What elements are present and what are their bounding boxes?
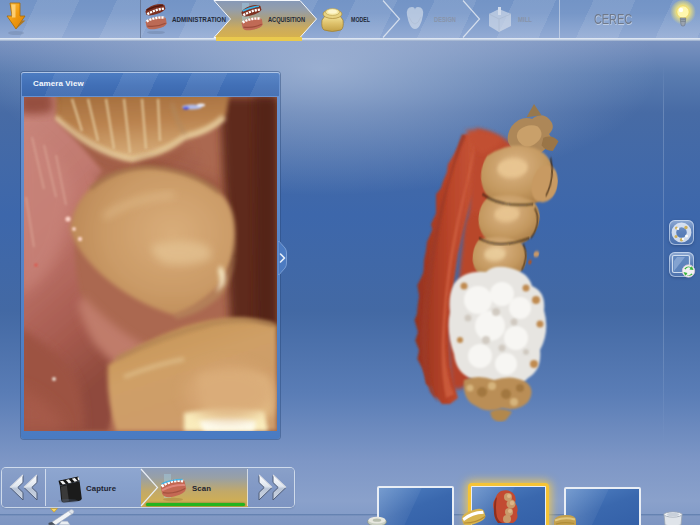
svg-text:ADMINISTRATION: ADMINISTRATION — [172, 15, 226, 24]
svg-text:MILL: MILL — [518, 15, 532, 24]
svg-text:ACQUISITION: ACQUISITION — [268, 15, 305, 24]
svg-text:CEREC: CEREC — [594, 10, 632, 27]
svg-text:MODEL: MODEL — [351, 15, 370, 24]
svg-text:DESIGN: DESIGN — [434, 15, 456, 24]
